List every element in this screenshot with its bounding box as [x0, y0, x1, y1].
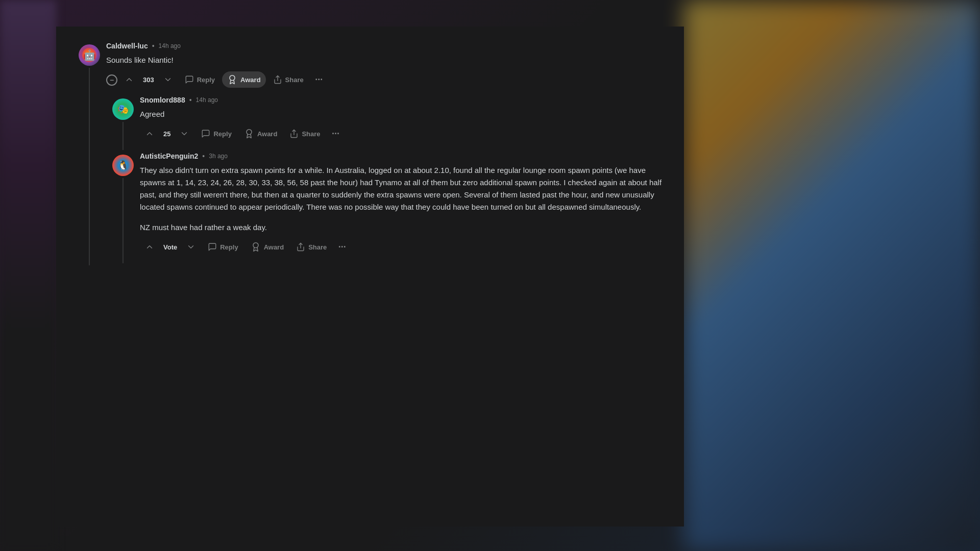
reply-left-autistic [110, 152, 136, 263]
thread-line-caldwell [89, 68, 90, 265]
background-right [684, 0, 980, 551]
award-button-autistic[interactable]: Award [246, 239, 289, 255]
reply-icon-snomlord [201, 129, 210, 138]
share-icon-autistic [296, 242, 305, 252]
share-icon-snomlord [289, 129, 299, 138]
downvote-button-autistic[interactable] [181, 239, 201, 255]
author-autistic: AutisticPenguin2 [140, 152, 198, 160]
svg-point-2 [247, 130, 252, 135]
text-snomlord: Agreed [140, 108, 664, 120]
actions-snomlord: 25 Reply [140, 126, 664, 142]
avatar-snomlord [112, 98, 134, 120]
collapse-button-caldwell[interactable]: − [106, 74, 117, 86]
downvote-button-snomlord[interactable] [175, 126, 194, 141]
author-caldwell: Caldwell-luc [106, 42, 148, 50]
comment-header-snomlord: Snomlord888 • 14h ago [140, 96, 664, 104]
vote-text-autistic: Vote [161, 243, 179, 251]
comment-header-caldwell: Caldwell-luc • 14h ago [106, 42, 664, 50]
reply-icon [185, 75, 194, 84]
reply-body-autistic: AutisticPenguin2 • 3h ago They also didn… [136, 152, 664, 263]
award-button-caldwell[interactable]: Award [222, 71, 266, 88]
share-button-autistic[interactable]: Share [291, 239, 332, 255]
comment-thread: Caldwell-luc • 14h ago Sounds like Niant… [77, 42, 664, 265]
main-panel: Caldwell-luc • 14h ago Sounds like Niant… [56, 27, 684, 527]
award-icon [227, 74, 237, 85]
upvote-icon-autistic [145, 242, 154, 252]
downvote-icon-snomlord [180, 129, 189, 138]
upvote-button-autistic[interactable] [140, 239, 159, 255]
award-icon-snomlord [244, 129, 254, 139]
more-button-caldwell[interactable]: ··· [311, 71, 327, 88]
comment-body-caldwell: Caldwell-luc • 14h ago Sounds like Niant… [102, 42, 664, 265]
upvote-button-snomlord[interactable] [140, 126, 159, 141]
actions-caldwell: − 303 Reply [106, 71, 664, 88]
reply-autistic: AutisticPenguin2 • 3h ago They also didn… [110, 152, 664, 263]
share-button-snomlord[interactable]: Share [284, 126, 325, 141]
vote-count-snomlord: 25 [161, 130, 173, 138]
svg-point-0 [230, 76, 235, 81]
reply-left-snomlord [110, 96, 136, 150]
vote-count-caldwell: 303 [141, 76, 156, 84]
reply-button-autistic[interactable]: Reply [203, 239, 243, 255]
time-caldwell: 14h ago [159, 42, 181, 49]
downvote-icon-autistic [186, 242, 195, 252]
share-button-caldwell[interactable]: Share [268, 72, 309, 87]
reply-line-autistic [122, 178, 124, 263]
avatar-autistic [112, 155, 134, 176]
reply-snomlord: Snomlord888 • 14h ago Agreed 25 [110, 96, 664, 150]
svg-point-4 [253, 243, 258, 248]
upvote-icon-snomlord [145, 129, 154, 138]
downvote-icon [163, 75, 173, 84]
avatar-caldwell [79, 44, 100, 66]
actions-autistic: Vote Reply [140, 239, 664, 255]
reply-body-snomlord: Snomlord888 • 14h ago Agreed 25 [136, 96, 664, 150]
reply-line-snomlord [122, 122, 124, 150]
upvote-button-caldwell[interactable] [119, 72, 139, 87]
more-button-autistic[interactable]: ··· [334, 239, 350, 255]
reply-button-snomlord[interactable]: Reply [196, 126, 236, 141]
time-snomlord: 14h ago [196, 96, 218, 104]
reply-button-caldwell[interactable]: Reply [180, 72, 220, 87]
more-button-snomlord[interactable]: ··· [328, 126, 344, 142]
replies-caldwell: Snomlord888 • 14h ago Agreed 25 [106, 96, 664, 263]
comment-left-caldwell [77, 42, 102, 265]
text-caldwell: Sounds like Niantic! [106, 54, 664, 66]
award-button-snomlord[interactable]: Award [239, 126, 283, 142]
downvote-button-caldwell[interactable] [158, 72, 178, 87]
text-autistic-p1: They also didn't turn on extra spawn poi… [140, 164, 664, 213]
award-icon-autistic [251, 242, 261, 252]
comment-caldwell: Caldwell-luc • 14h ago Sounds like Niant… [77, 42, 664, 265]
reply-icon-autistic [208, 242, 217, 252]
upvote-icon [125, 75, 134, 84]
text-autistic-p2: NZ must have had rather a weak day. [140, 221, 664, 234]
author-snomlord: Snomlord888 [140, 96, 185, 104]
background-left [0, 0, 56, 551]
comment-header-autistic: AutisticPenguin2 • 3h ago [140, 152, 664, 160]
share-icon [273, 75, 282, 84]
time-autistic: 3h ago [209, 153, 228, 160]
